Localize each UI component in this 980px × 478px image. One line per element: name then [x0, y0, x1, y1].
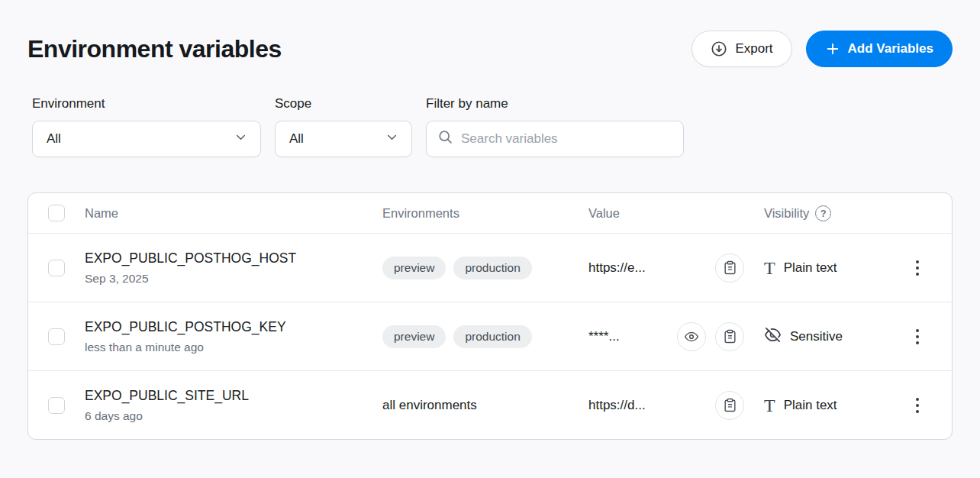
row-checkbox[interactable] [48, 397, 65, 414]
clipboard-icon [723, 329, 737, 344]
scope-select[interactable]: All [275, 121, 412, 157]
export-button-label: Export [735, 41, 772, 57]
topbar: Environment variables Export [0, 0, 980, 67]
row-menu-button[interactable] [903, 254, 932, 283]
table-row: EXPO_PUBLIC_POSTHOG_KEY less than a minu… [28, 302, 952, 370]
search-box [426, 121, 684, 157]
search-input[interactable] [461, 131, 672, 147]
visibility-label: Sensitive [790, 329, 843, 344]
environments-cell: preview production [382, 325, 569, 348]
variable-updated: Sep 3, 2025 [85, 272, 363, 286]
add-variables-button[interactable]: Add Variables [806, 31, 953, 67]
plain-text-icon: T [764, 259, 775, 277]
value-cell: https://e... [588, 254, 744, 283]
variable-value: ****... [588, 329, 620, 344]
value-cell: ****... [588, 322, 744, 351]
visibility-cell: Sensitive [764, 326, 878, 347]
environments-cell: all environments [382, 398, 569, 413]
copy-button[interactable] [715, 254, 744, 283]
value-cell: https://d... [588, 391, 744, 420]
scope-filter-group: Scope All [275, 96, 412, 157]
environment-filter-group: Environment All [32, 96, 261, 157]
filters-bar: Environment All Scope All [0, 67, 980, 157]
search-icon [437, 129, 453, 149]
environment-variables-page: Environment variables Export [0, 0, 980, 478]
clipboard-icon [723, 260, 737, 275]
row-menu-button[interactable] [903, 391, 932, 420]
add-variables-button-label: Add Variables [848, 41, 933, 57]
environments-cell: preview production [382, 257, 569, 279]
column-header-environments: Environments [382, 206, 569, 221]
download-circle-icon [711, 40, 727, 57]
variable-name: EXPO_PUBLIC_SITE_URL [85, 388, 363, 404]
name-cell: EXPO_PUBLIC_SITE_URL 6 days ago [85, 388, 363, 423]
table-row: EXPO_PUBLIC_POSTHOG_HOST Sep 3, 2025 pre… [28, 233, 952, 302]
environment-badge: production [453, 325, 531, 348]
clipboard-icon [723, 398, 737, 412]
copy-button[interactable] [715, 322, 744, 351]
column-header-value: Value [588, 206, 744, 221]
environment-select[interactable]: All [32, 121, 261, 157]
row-menu-button[interactable] [903, 322, 932, 351]
name-filter-label: Filter by name [426, 96, 684, 111]
name-cell: EXPO_PUBLIC_POSTHOG_HOST Sep 3, 2025 [85, 250, 363, 286]
environment-select-value: All [47, 131, 61, 147]
page-title: Environment variables [27, 35, 282, 63]
select-all-checkbox[interactable] [48, 205, 65, 221]
copy-button[interactable] [715, 391, 744, 420]
visibility-cell: T Plain text [764, 259, 878, 277]
value-actions [715, 391, 744, 420]
scope-select-value: All [289, 131, 304, 147]
column-header-visibility: Visibility ? [764, 205, 878, 221]
variable-name: EXPO_PUBLIC_POSTHOG_HOST [85, 250, 363, 266]
variable-value: https://e... [588, 260, 646, 276]
scope-filter-label: Scope [275, 96, 412, 111]
chevron-down-icon [385, 130, 399, 148]
header-actions: Export Add Variables [691, 31, 953, 67]
value-actions [715, 254, 744, 283]
plain-text-icon: T [764, 396, 775, 415]
reveal-value-button[interactable] [677, 322, 706, 351]
visibility-label: Plain text [784, 260, 837, 276]
row-checkbox[interactable] [48, 328, 65, 345]
environment-badge: preview [382, 257, 446, 279]
table-row: EXPO_PUBLIC_SITE_URL 6 days ago all envi… [28, 370, 952, 439]
visibility-label: Plain text [784, 398, 837, 413]
export-button[interactable]: Export [691, 31, 791, 67]
visibility-header-label: Visibility [764, 206, 809, 221]
environment-filter-label: Environment [32, 96, 261, 111]
environments-text: all environments [382, 398, 477, 413]
table-header-row: Name Environments Value Visibility ? [28, 193, 952, 233]
eye-off-icon [764, 326, 782, 347]
row-checkbox[interactable] [48, 260, 65, 276]
variable-value: https://d... [588, 398, 646, 413]
plus-icon [825, 41, 840, 57]
variable-updated: less than a minute ago [85, 341, 363, 354]
chevron-down-icon [234, 130, 248, 148]
name-filter-group: Filter by name [426, 96, 684, 157]
environment-badge: production [453, 257, 531, 279]
help-icon[interactable]: ? [815, 205, 831, 221]
variable-name: EXPO_PUBLIC_POSTHOG_KEY [85, 319, 363, 335]
variable-updated: 6 days ago [85, 409, 363, 423]
visibility-cell: T Plain text [764, 396, 878, 415]
column-header-name: Name [85, 206, 363, 221]
value-actions [677, 322, 744, 351]
eye-icon [684, 329, 699, 344]
environment-badge: preview [382, 325, 446, 348]
variables-table: Name Environments Value Visibility ? EXP… [27, 192, 953, 440]
name-cell: EXPO_PUBLIC_POSTHOG_KEY less than a minu… [85, 319, 363, 354]
